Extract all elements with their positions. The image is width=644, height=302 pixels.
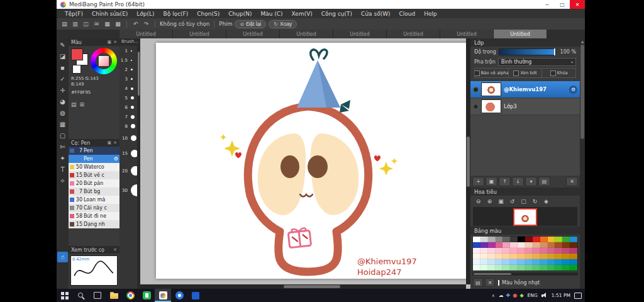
palette-color[interactable] xyxy=(525,242,533,248)
palette-color[interactable] xyxy=(555,242,562,248)
layer-folder-button[interactable]: ▤ xyxy=(538,177,550,186)
select-tool[interactable]: ▢ xyxy=(57,130,68,141)
palette-color[interactable] xyxy=(533,265,540,271)
panel-pin-icon[interactable]: ▣ xyxy=(108,40,112,45)
layer-down-button[interactable]: ↓ xyxy=(512,177,524,186)
brush-tool[interactable]: ✎ xyxy=(57,40,68,50)
palette-color[interactable] xyxy=(496,242,503,248)
scrollbar-thumb[interactable] xyxy=(138,52,140,96)
palette-add-icon[interactable]: ⊞ xyxy=(80,101,85,108)
open-file-icon[interactable]: ▥ xyxy=(71,20,79,28)
rotate-right-icon[interactable]: ↻ xyxy=(530,197,540,205)
palette-color[interactable] xyxy=(473,242,480,248)
palette-color[interactable] xyxy=(555,254,562,259)
brush-item-9[interactable]: 58Bút đi ne xyxy=(69,212,119,220)
palette-color[interactable] xyxy=(510,248,518,254)
gradient-tool[interactable]: ▦ xyxy=(57,119,68,130)
palette-color[interactable] xyxy=(510,242,518,248)
lock-checkbox[interactable]: Khóa xyxy=(542,69,575,77)
task-view-button[interactable] xyxy=(89,289,106,302)
alpha-protect-checkbox[interactable]: Bảo vệ alpha xyxy=(475,69,509,77)
fill-tool[interactable]: ◕ xyxy=(57,96,68,107)
chat-app-icon[interactable] xyxy=(171,289,187,302)
palette-color[interactable] xyxy=(533,242,540,248)
panel-close-icon[interactable]: ✕ xyxy=(113,40,117,45)
current-color-swatch[interactable] xyxy=(72,65,81,74)
palette-color[interactable] xyxy=(502,248,510,254)
palette-color[interactable] xyxy=(540,259,548,265)
palette-color[interactable] xyxy=(548,248,555,254)
canvas-h-scrollbar[interactable] xyxy=(140,284,466,289)
palette-color[interactable] xyxy=(496,254,503,259)
paint-app-icon[interactable] xyxy=(138,289,155,302)
palette-color[interactable] xyxy=(562,259,570,265)
palette-color[interactable] xyxy=(570,237,577,242)
palette-color[interactable] xyxy=(548,259,555,265)
palette-color[interactable] xyxy=(562,248,570,254)
rotate-button[interactable]: ↻ Xoay xyxy=(269,20,297,28)
text-tool[interactable]: T xyxy=(57,164,68,175)
palette-color[interactable] xyxy=(502,265,510,271)
tab-5[interactable]: Untitled xyxy=(333,30,387,38)
palette-color[interactable] xyxy=(540,265,548,271)
palette-color[interactable] xyxy=(533,254,540,259)
menu-item-3[interactable]: Lớp(L) xyxy=(132,11,158,17)
palette-color[interactable] xyxy=(480,248,488,254)
pen-tool[interactable]: ▪ xyxy=(57,62,68,73)
scrollbar-thumb[interactable] xyxy=(474,273,511,275)
menu-item-6[interactable]: Chụp(N) xyxy=(224,11,256,17)
color-wheel-square[interactable] xyxy=(99,56,109,66)
brush-item-5[interactable]: 20Bút pần xyxy=(69,179,119,187)
clock[interactable]: 1:51 PM xyxy=(552,293,570,298)
palette-color[interactable] xyxy=(548,265,555,271)
color-wheel[interactable] xyxy=(91,48,117,74)
palette-color[interactable] xyxy=(510,254,518,259)
palette-color[interactable] xyxy=(502,259,510,265)
scrollbar-thumb[interactable] xyxy=(580,45,584,139)
fit-screen-icon[interactable]: ▢ xyxy=(519,197,528,205)
navigator-thumbnail[interactable] xyxy=(513,208,537,226)
palette-color[interactable] xyxy=(533,237,540,242)
brush-item-10[interactable]: 15Dạng nh xyxy=(69,220,119,228)
save-icon[interactable]: ◫ xyxy=(82,20,90,28)
palette-color[interactable] xyxy=(502,237,510,242)
palette-scrollbar[interactable] xyxy=(472,272,578,276)
menu-item-7[interactable]: Màu (C) xyxy=(256,11,287,17)
palette-color[interactable] xyxy=(525,254,533,259)
brush-item-8[interactable]: 70Cái này c xyxy=(69,204,119,212)
palette-color[interactable] xyxy=(473,254,480,259)
bucket-tool[interactable]: ◍ xyxy=(57,108,68,118)
palette-color[interactable] xyxy=(518,242,525,248)
palette-color[interactable] xyxy=(570,242,577,248)
chrome-icon[interactable] xyxy=(122,289,138,302)
palette-color[interactable] xyxy=(473,265,480,271)
file-explorer-icon[interactable] xyxy=(106,289,122,302)
palette-color[interactable] xyxy=(525,259,533,265)
palette-color[interactable] xyxy=(473,248,480,254)
zoom-in-icon[interactable]: ⊕ xyxy=(485,197,494,205)
palette-color[interactable] xyxy=(473,259,480,265)
palette-delete-icon[interactable]: ✕ xyxy=(485,278,495,287)
palette-color[interactable] xyxy=(525,248,533,254)
tab-2[interactable]: Untitled xyxy=(173,30,226,38)
palette-color[interactable] xyxy=(488,265,496,271)
scrollbar-thumb[interactable] xyxy=(284,285,340,288)
duplicate-layer-button[interactable]: ▣ xyxy=(486,177,497,186)
palette-color[interactable] xyxy=(548,242,555,248)
tab-4[interactable]: Untitled xyxy=(280,30,333,38)
panel-scrollbar[interactable]: ▲ xyxy=(580,38,585,289)
brush-item-3[interactable]: 50Waterco xyxy=(69,163,119,171)
palette-color[interactable] xyxy=(518,265,525,271)
palette-color[interactable] xyxy=(496,265,503,271)
medibang-taskbar-icon[interactable] xyxy=(155,289,171,302)
menu-item-5[interactable]: Chọn(S) xyxy=(192,11,224,17)
palette-color[interactable] xyxy=(473,237,480,242)
layer-row-2[interactable]: Lớp3 xyxy=(470,98,580,115)
brush-item-2[interactable]: Pen⚙ xyxy=(69,155,119,163)
palette-color[interactable] xyxy=(570,248,577,254)
tab-8[interactable]: Untitled xyxy=(494,30,547,38)
panel-close-icon[interactable]: ✕ xyxy=(113,247,117,252)
palette-view-icon[interactable]: ▤ xyxy=(71,101,77,108)
minimize-button[interactable]: ─ xyxy=(540,0,555,9)
canvas[interactable]: @Khiemvu197 Hoidap247 xyxy=(156,43,469,279)
